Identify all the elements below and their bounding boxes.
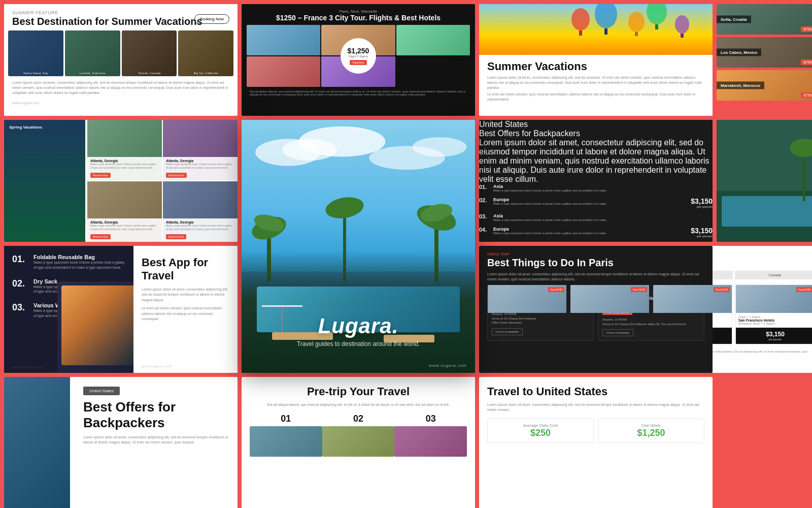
- travel-us-desc: Lorem ipsum dolor sit amet, consectetur …: [487, 402, 704, 412]
- cost-value-1: $250: [492, 428, 589, 438]
- city-reserve-btn-4[interactable]: Reserve Now: [166, 234, 186, 239]
- lugara-title: Lugara.: [297, 314, 420, 338]
- france-location: Paris, Nice, Marseille: [250, 9, 467, 14]
- price-per-4: per person: [691, 235, 713, 238]
- pkg-details-3: Flight + 2 Nights San Francisco Hotels B…: [736, 313, 812, 328]
- offer-price-2: $3,150 per person: [691, 197, 713, 208]
- france-photo-4: [247, 56, 320, 87]
- svg-point-0: [571, 8, 590, 30]
- gear-name-1: Foldable Reusable Bag: [33, 254, 125, 260]
- app-url: www.sugara.com: [142, 365, 172, 368]
- city-card-1: Atlanta, Georgia Make a type specimen bo…: [87, 120, 162, 180]
- city-reserve-btn-1[interactable]: Reserve Now: [90, 173, 111, 178]
- offer-item-3: 03. Asia Make a type specimen book Unloc…: [479, 213, 713, 221]
- gear-num-3: 03.: [12, 302, 27, 313]
- city-overlay-1: Atlanta, Georgia Make a type specimen bo…: [87, 157, 162, 180]
- svg-rect-3: [604, 28, 607, 35]
- card-gear-app-combined: 01. Foldable Reusable Bag Make a type sp…: [4, 246, 238, 373]
- destination-image-4: Big Sur, California: [178, 30, 233, 76]
- city-desc-4: Make a type specimen book. Unlock a prin…: [166, 224, 234, 231]
- lugara-brand-text: Lugara. Travel guides to destination aro…: [297, 314, 420, 347]
- offer-name-3: Asia: [493, 213, 607, 218]
- ticket-avail-btn-2[interactable]: Check Availability: [602, 329, 633, 336]
- offer-content-3: Asia Make a type specimen book Unlock a …: [493, 213, 607, 221]
- offer-sub-3: Make a type specimen book Unlock a print…: [493, 218, 607, 221]
- city-reserve-btn-3[interactable]: Reserve Now: [90, 234, 111, 239]
- offer-num-4: 04.: [479, 227, 489, 233]
- france-price-sub: Flight 3 Nights: [349, 55, 368, 58]
- side-scene: [717, 120, 812, 242]
- pkg-img-0: Save $140: [488, 285, 566, 313]
- destination-image-3: Toronto, Canada: [122, 30, 177, 76]
- travel-cost-boxes: Average Daily Cost $250 One Week $1,250: [487, 419, 704, 443]
- city-reserve-btn-2[interactable]: Reserve Here: [166, 173, 187, 178]
- offer-sub-2: Make a type specimen book Unlock a print…: [493, 202, 607, 205]
- card-destinations-list: Sofia, Croatia $750/pax Los Cabos, Mexic…: [717, 4, 812, 116]
- offer-name-1: Asia: [493, 184, 607, 189]
- card-summer-destination: Summer Feature Best Destination for Summ…: [4, 4, 238, 116]
- svg-rect-27: [803, 150, 805, 201]
- svg-point-15: [413, 137, 467, 156]
- vacations-title: Summer Vacations: [487, 60, 704, 73]
- ticket-avail-btn-1[interactable]: Check Availability: [492, 328, 523, 335]
- pkg-per-3: per person: [739, 338, 811, 341]
- tablet-screen: [61, 285, 133, 365]
- cost-box-1: Average Daily Cost $250: [487, 419, 594, 443]
- france-photos: $1,250 Flight 3 Nights Departure: [242, 25, 475, 87]
- offer-num-1: 01.: [479, 184, 489, 190]
- loscabos-label: Los Cabos, Mexico: [717, 49, 761, 56]
- booking-now-button[interactable]: Booking Now: [194, 14, 229, 24]
- step-num-3: 03: [394, 414, 467, 424]
- svg-point-13: [299, 126, 386, 157]
- svg-rect-9: [681, 34, 684, 38]
- svg-point-8: [675, 15, 689, 34]
- step-image-1: [250, 426, 322, 457]
- city-desc-2: Make a type specimen book. Unlock a prin…: [166, 163, 234, 169]
- destination-sofia[interactable]: Sofia, Croatia $750/pax: [717, 4, 812, 35]
- card-lugara-hero: Lugara. Travel guides to destination aro…: [242, 120, 475, 373]
- pretrip-desc: Est ad aliqua laboris, qui nostrud adipi…: [250, 402, 467, 407]
- offer-content-1: Asia Make a type specimen book Unlock a …: [493, 184, 607, 192]
- summer-url: www.sugara.com: [4, 99, 238, 107]
- offers-title: Best Offers for Backpackers: [479, 129, 713, 138]
- card-france-tour: Paris, Nice, Marseille $1250 – France 3 …: [242, 4, 475, 116]
- backpackers-bottom-desc: Lorem ipsum dolor sit amet, consectetur …: [83, 435, 229, 445]
- destination-label-2: Lombok, Indonesia: [65, 72, 120, 75]
- offers-desc: Lorem ipsum dolor sit amet, consectetur …: [479, 138, 713, 184]
- gear-url: www.sugara.com: [12, 366, 43, 369]
- step-3: 03: [394, 414, 467, 457]
- backpackers-content: United States Best Offers for Backpacker…: [83, 385, 229, 445]
- destination-image-2: Lombok, Indonesia: [65, 30, 120, 76]
- gear-content-1: Foldable Reusable Bag Make a type specim…: [33, 254, 125, 270]
- destination-loscabos[interactable]: Los Cabos, Mexico $750/pax: [717, 37, 812, 68]
- france-photo-1: [247, 25, 320, 55]
- gear-sub-1: Make a type specimen book Unlock a print…: [33, 260, 125, 270]
- pkg-tab-3[interactable]: Canada: [735, 271, 813, 279]
- us-badge: United States: [479, 120, 713, 129]
- spring-hero-image: Spring Vacations: [4, 120, 85, 242]
- loscabos-price: $750/pax: [801, 59, 812, 65]
- france-price-circle: $1,250 Flight 3 Nights Departure: [341, 38, 376, 74]
- pkg-hotel-3: San Francisco Hotels: [738, 319, 812, 322]
- marrakesh-price: $750/pax: [801, 92, 812, 98]
- destination-image-1: Salina Island, Italy: [8, 30, 63, 76]
- cost-box-2: One Week $1,250: [598, 419, 704, 443]
- city-name-2: Atlanta, Georgia: [166, 159, 234, 163]
- card-app-travel: Best App for Travel Lorem ipsum dolor si…: [133, 246, 238, 373]
- step-image-2: [322, 426, 395, 457]
- svg-point-6: [647, 4, 667, 24]
- svg-rect-1: [579, 30, 582, 36]
- step-2: 02: [322, 414, 395, 457]
- price-value-2: $3,150: [691, 197, 713, 205]
- summer-description: Lorem ipsum dolor sit amet, consectetur …: [4, 76, 238, 99]
- destination-images: Salina Island, Italy Lombok, Indonesia T…: [4, 30, 238, 76]
- france-book-button[interactable]: Departure: [350, 60, 367, 65]
- destination-label-4: Big Sur, California: [178, 72, 233, 75]
- card-backpackers-bottom: United States Best Offers for Backpacker…: [4, 377, 238, 508]
- offer-item-4: 04. Europe Make a type specimen book Unl…: [479, 227, 713, 238]
- svg-rect-5: [635, 32, 638, 36]
- destination-marrakesh[interactable]: Marrakesh, Morocco $750/pax: [717, 70, 812, 101]
- ticket-departs-2: Departs: 10:45AM: [602, 318, 700, 322]
- pkg-item-3: Save $140 Flight + 2 Nights San Francisc…: [735, 284, 812, 344]
- destination-label-3: Toronto, Canada: [122, 72, 177, 75]
